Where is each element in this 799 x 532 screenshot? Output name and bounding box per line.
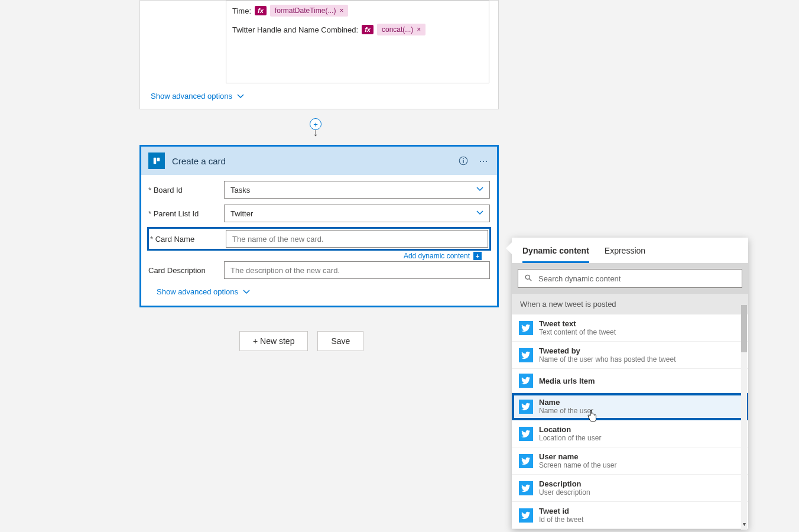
parent-label: * Parent List Id: [148, 209, 224, 218]
compose-handle-label: Twitter Handle and Name Combined:: [232, 25, 358, 34]
svg-point-6: [525, 275, 530, 279]
chevron-down-icon: [237, 93, 244, 100]
search-icon: [524, 274, 532, 284]
new-step-button[interactable]: + New step: [239, 331, 308, 351]
dynamic-content-panel: Dynamic content Expression Search dynami…: [512, 238, 748, 529]
tab-dynamic-content[interactable]: Dynamic content: [522, 246, 589, 263]
board-value: Tasks: [230, 186, 250, 194]
carddesc-label: Card Description: [148, 266, 224, 275]
dynamic-item-subtitle: User description: [539, 488, 590, 497]
show-advanced-link[interactable]: Show advanced options: [140, 83, 498, 109]
compose-row-time: Time: fx formatDateTime(...) ×: [226, 1, 489, 20]
compose-action-card: Time: fx formatDateTime(...) × Twitter H…: [139, 0, 499, 109]
carddesc-placeholder: The description of the new card.: [230, 266, 340, 275]
form-row-carddesc: Card Description The description of the …: [148, 261, 490, 279]
scrollbar[interactable]: [741, 305, 747, 530]
dynamic-item-text: NameName of the user: [539, 398, 593, 415]
dynamic-tabs: Dynamic content Expression: [512, 238, 748, 263]
close-icon[interactable]: ×: [339, 7, 343, 15]
cardname-input[interactable]: The name of the new card.: [226, 230, 488, 248]
show-advanced-text: Show advanced options: [157, 287, 238, 296]
twitter-icon: [519, 508, 533, 523]
dynamic-item-text: Tweet textText content of the tweet: [539, 319, 616, 336]
time-token[interactable]: formatDateTime(...) ×: [270, 5, 349, 17]
action-body: * Board Id Tasks * Parent List Id Twitte…: [141, 175, 497, 306]
dynamic-items-list: Tweet textText content of the tweetTweet…: [512, 314, 748, 529]
save-button[interactable]: Save: [317, 331, 363, 351]
compose-time-label: Time:: [232, 7, 251, 15]
parent-select[interactable]: Twitter: [224, 205, 490, 222]
dynamic-item-title: Tweet id: [539, 507, 583, 515]
dynamic-item[interactable]: DescriptionUser description: [512, 475, 748, 502]
compose-inputs-box: Time: fx formatDateTime(...) × Twitter H…: [226, 1, 489, 83]
twitter-icon: [519, 454, 533, 468]
dynamic-item-text: Tweet idId of the tweet: [539, 507, 583, 524]
carddesc-input[interactable]: The description of the new card.: [224, 261, 490, 279]
dynamic-item[interactable]: User nameScreen name of the user: [512, 447, 748, 475]
dynamic-item[interactable]: Tweeted byName of the user who has poste…: [512, 342, 748, 369]
dynamic-item-title: Tweeted by: [539, 346, 675, 355]
dynamic-item-title: User name: [539, 452, 616, 461]
info-icon[interactable]: [457, 154, 470, 167]
add-dynamic-text: Add dynamic content: [404, 252, 470, 260]
dynamic-item-title: Tweet text: [539, 319, 616, 328]
scroll-down-arrow-icon[interactable]: ▾: [741, 520, 747, 528]
dynamic-item-subtitle: Name of the user who has posted the twee…: [539, 355, 675, 364]
chevron-down-icon: [476, 186, 483, 194]
cardname-placeholder: The name of the new card.: [232, 235, 324, 244]
dynamic-item-subtitle: Location of the user: [539, 434, 601, 442]
action-title: Create a card: [172, 156, 450, 166]
show-advanced-link[interactable]: Show advanced options: [148, 285, 490, 303]
twitter-icon: [519, 481, 533, 495]
add-dynamic-icon: +: [473, 252, 482, 260]
add-dynamic-link[interactable]: Add dynamic content +: [148, 249, 490, 261]
board-label: * Board Id: [148, 186, 224, 194]
more-icon[interactable]: ···: [477, 154, 490, 167]
scrollbar-thumb[interactable]: [741, 305, 747, 352]
form-row-board: * Board Id Tasks: [148, 181, 490, 199]
tab-expression[interactable]: Expression: [605, 246, 645, 263]
action-header[interactable]: Create a card ···: [141, 147, 497, 175]
trigger-section-header: When a new tweet is posted: [512, 294, 748, 314]
dynamic-item-subtitle: Text content of the tweet: [539, 328, 616, 336]
svg-rect-4: [463, 160, 464, 163]
dynamic-item-text: Media urls Item: [539, 377, 595, 385]
dynamic-item[interactable]: NameName of the user: [512, 393, 748, 420]
dynamic-item-title: Name: [539, 398, 593, 407]
board-select[interactable]: Tasks: [224, 181, 490, 199]
dynamic-item[interactable]: LocationLocation of the user: [512, 420, 748, 447]
time-token-text: formatDateTime(...): [275, 7, 336, 15]
svg-rect-2: [157, 158, 160, 161]
dynamic-item-title: Description: [539, 479, 590, 488]
close-icon[interactable]: ×: [417, 25, 421, 34]
handle-token-text: concat(...): [382, 25, 413, 34]
dynamic-item-text: LocationLocation of the user: [539, 425, 601, 442]
compose-row-handle: Twitter Handle and Name Combined: fx con…: [226, 20, 489, 39]
handle-token[interactable]: concat(...) ×: [377, 24, 426, 35]
parent-value: Twitter: [230, 209, 253, 218]
twitter-icon: [519, 427, 533, 441]
arrow-down-icon: ↓: [313, 129, 319, 136]
create-card-action: Create a card ··· * Board Id Tasks * Par…: [139, 145, 499, 307]
trello-icon: [148, 153, 165, 169]
dynamic-item[interactable]: Tweet idId of the tweet: [512, 502, 748, 529]
dynamic-item-title: Media urls Item: [539, 377, 595, 385]
fx-icon: fx: [362, 25, 373, 34]
dynamic-item[interactable]: Media urls Item: [512, 369, 748, 393]
svg-rect-5: [463, 158, 464, 160]
dynamic-search-container: Search dynamic content: [512, 263, 748, 294]
panel-caret-icon: [506, 242, 512, 254]
dynamic-item-text: User nameScreen name of the user: [539, 452, 616, 469]
svg-line-7: [530, 278, 532, 281]
dynamic-search-input[interactable]: Search dynamic content: [518, 269, 742, 288]
dynamic-item-title: Location: [539, 425, 601, 434]
twitter-icon: [519, 348, 533, 362]
show-advanced-text: Show advanced options: [151, 92, 232, 100]
fx-icon: fx: [255, 6, 267, 15]
dynamic-item[interactable]: Tweet textText content of the tweet: [512, 314, 748, 342]
form-row-parent: * Parent List Id Twitter: [148, 205, 490, 222]
twitter-icon: [519, 400, 533, 414]
chevron-down-icon: [243, 288, 250, 296]
connector: + ↓: [310, 118, 321, 136]
chevron-down-icon: [476, 209, 483, 218]
